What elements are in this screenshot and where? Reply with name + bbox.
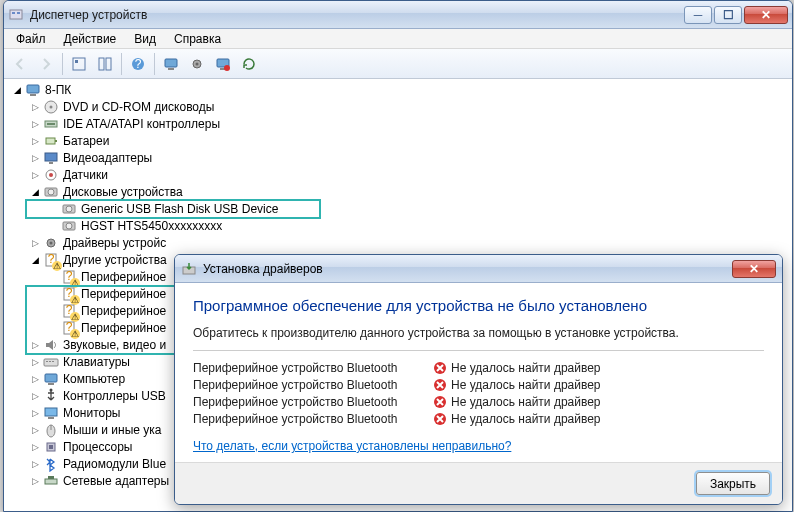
tree-item-label: Радиомодули Blue: [63, 457, 166, 471]
tree-item[interactable]: ▷Батареи: [7, 132, 789, 149]
tree-item-label: Датчики: [63, 168, 108, 182]
tree-item-label: Процессоры: [63, 440, 133, 454]
device-status: Не удалось найти драйвер: [451, 378, 601, 392]
monitor-icon: [43, 405, 59, 421]
tree-item[interactable]: ▷Видеоадаптеры: [7, 149, 789, 166]
tree-item-label: IDE ATA/ATAPI контроллеры: [63, 117, 220, 131]
tree-item[interactable]: Generic USB Flash Disk USB Device: [7, 200, 789, 217]
tree-item[interactable]: ◢8-ПК: [7, 81, 789, 98]
collapse-icon[interactable]: ▷: [29, 169, 41, 181]
svg-rect-37: [75, 60, 78, 63]
tree-item-label: Батареи: [63, 134, 109, 148]
hdd-icon: [61, 201, 77, 217]
collapse-icon[interactable]: ▷: [29, 118, 41, 130]
menu-view[interactable]: Вид: [126, 30, 164, 48]
properties-button[interactable]: [67, 52, 91, 76]
tree-item[interactable]: ◢Дисковые устройства: [7, 183, 789, 200]
device-name: Периферийное устройство Bluetooth: [193, 412, 433, 426]
split-button[interactable]: [93, 52, 117, 76]
device-status-row: Периферийное устройство BluetoothНе удал…: [193, 359, 764, 376]
collapse-icon[interactable]: ▷: [29, 339, 41, 351]
dialog-close-x[interactable]: ✕: [732, 260, 776, 278]
ide-icon: [43, 116, 59, 132]
dialog-help-link[interactable]: Что делать, если устройства установлены …: [193, 439, 511, 453]
update-button[interactable]: [185, 52, 209, 76]
svg-rect-36: [73, 58, 85, 70]
tree-item[interactable]: ▷IDE ATA/ATAPI контроллеры: [7, 115, 789, 132]
device-status-row: Периферийное устройство BluetoothНе удал…: [193, 410, 764, 427]
expand-icon[interactable]: ◢: [29, 186, 41, 198]
device-status: Не удалось найти драйвер: [451, 412, 601, 426]
collapse-icon[interactable]: ▷: [29, 475, 41, 487]
close-button[interactable]: ✕: [744, 6, 788, 24]
device-name: Периферийное устройство Bluetooth: [193, 378, 433, 392]
tree-item[interactable]: HGST HTS5450xxxxxxxxx: [7, 217, 789, 234]
uninstall-button[interactable]: [211, 52, 235, 76]
collapse-icon[interactable]: ▷: [29, 441, 41, 453]
gear-icon: [43, 235, 59, 251]
collapse-icon[interactable]: ▷: [29, 390, 41, 402]
tree-item-label: Периферийное: [81, 287, 166, 301]
tree-item-label: DVD и CD-ROM дисководы: [63, 100, 214, 114]
cpu-icon: [43, 439, 59, 455]
unknown-icon: [43, 252, 59, 268]
scan-button[interactable]: [159, 52, 183, 76]
tree-item-label: Дисковые устройства: [63, 185, 183, 199]
dialog-close-button[interactable]: Закрыть: [696, 472, 770, 495]
window-title: Диспетчер устройств: [30, 8, 684, 22]
dialog-subtitle: Обратитесь к производителю данного устро…: [193, 326, 764, 340]
collapse-icon[interactable]: ▷: [29, 356, 41, 368]
mouse-icon: [43, 422, 59, 438]
sound-icon: [43, 337, 59, 353]
unknown-icon: [61, 269, 77, 285]
svg-text:?: ?: [135, 57, 142, 71]
collapse-icon[interactable]: ▷: [29, 135, 41, 147]
keyboard-icon: [43, 354, 59, 370]
toolbar: ?: [4, 49, 792, 79]
bluetooth-icon: [43, 456, 59, 472]
refresh-button[interactable]: [237, 52, 261, 76]
tree-item-label: Драйверы устройс: [63, 236, 166, 250]
titlebar[interactable]: Диспетчер устройств ─ ☐ ✕: [4, 1, 792, 29]
tree-item[interactable]: ▷Драйверы устройс: [7, 234, 789, 251]
error-icon: [433, 378, 447, 392]
minimize-button[interactable]: ─: [684, 6, 712, 24]
expand-icon[interactable]: ◢: [29, 254, 41, 266]
svg-rect-38: [99, 58, 104, 70]
collapse-icon[interactable]: ▷: [29, 424, 41, 436]
disc-icon: [43, 99, 59, 115]
menu-help[interactable]: Справка: [166, 30, 229, 48]
dialog-heading: Программное обеспечение для устройства н…: [193, 297, 764, 314]
collapse-icon[interactable]: ▷: [29, 373, 41, 385]
app-icon: [8, 7, 24, 23]
collapse-icon[interactable]: ▷: [29, 407, 41, 419]
menubar: Файл Действие Вид Справка: [4, 29, 792, 49]
device-name: Периферийное устройство Bluetooth: [193, 361, 433, 375]
collapse-icon[interactable]: ▷: [29, 458, 41, 470]
unknown-icon: [61, 286, 77, 302]
help-button[interactable]: ?: [126, 52, 150, 76]
expand-icon[interactable]: ◢: [11, 84, 23, 96]
unknown-icon: [61, 320, 77, 336]
tree-item-label: Компьютер: [63, 372, 125, 386]
dialog-titlebar[interactable]: Установка драйверов ✕: [175, 255, 782, 283]
menu-file[interactable]: Файл: [8, 30, 54, 48]
tree-item[interactable]: ▷Датчики: [7, 166, 789, 183]
error-icon: [433, 412, 447, 426]
network-icon: [43, 473, 59, 489]
tree-item-label: Звуковые, видео и: [63, 338, 166, 352]
tree-item-label: Сетевые адаптеры: [63, 474, 169, 488]
tree-item-label: 8-ПК: [45, 83, 71, 97]
tree-item-label: Видеоадаптеры: [63, 151, 152, 165]
display-icon: [43, 150, 59, 166]
tree-item[interactable]: ▷DVD и CD-ROM дисководы: [7, 98, 789, 115]
dialog-title: Установка драйверов: [203, 262, 323, 276]
menu-action[interactable]: Действие: [56, 30, 125, 48]
collapse-icon[interactable]: ▷: [29, 101, 41, 113]
device-status-row: Периферийное устройство BluetoothНе удал…: [193, 376, 764, 393]
hdd-icon: [61, 218, 77, 234]
collapse-icon[interactable]: ▷: [29, 152, 41, 164]
maximize-button[interactable]: ☐: [714, 6, 742, 24]
collapse-icon[interactable]: ▷: [29, 237, 41, 249]
device-status: Не удалось найти драйвер: [451, 361, 601, 375]
